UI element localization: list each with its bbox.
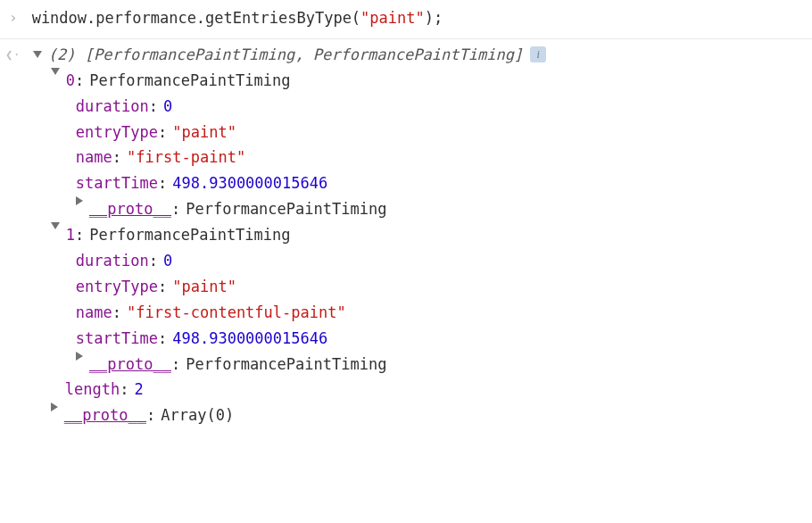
tree-row-property[interactable]: entryType: "paint"	[33, 274, 803, 300]
prop-key: entryType	[76, 274, 158, 300]
entry-index: 1	[66, 222, 75, 248]
tree-row-property[interactable]: duration: 0	[33, 94, 803, 120]
proto-key: __proto__	[89, 352, 171, 378]
prop-value: 0	[163, 248, 172, 274]
proto-value: PerformancePaintTiming	[186, 196, 386, 222]
tree-row-proto[interactable]: __proto__: PerformancePaintTiming	[33, 196, 803, 222]
tree-row-entry[interactable]: 0: PerformancePaintTiming	[33, 68, 803, 94]
prop-key: startTime	[76, 326, 158, 352]
entry-type: PerformancePaintTiming	[89, 68, 290, 94]
prop-value: "first-contentful-paint"	[127, 300, 346, 326]
entry-type: PerformancePaintTiming	[89, 222, 290, 248]
console-input-line[interactable]: › window.performance.getEntriesByType("p…	[0, 0, 812, 39]
array-summary: (2) [PerformancePaintTiming, Performance…	[48, 42, 523, 68]
tree-row-property[interactable]: name: "first-paint"	[33, 145, 803, 170]
array-proto-value: Array(0)	[161, 403, 234, 428]
tree-row-property[interactable]: entryType: "paint"	[33, 120, 803, 145]
prop-value: "first-paint"	[127, 145, 245, 170]
tree-row-property[interactable]: startTime: 498.9300000015646	[33, 170, 803, 196]
chevron-right-icon[interactable]	[76, 196, 83, 205]
output-tree: 0: PerformancePaintTiming duration: 0 en…	[33, 68, 803, 428]
tree-row-array-proto[interactable]: __proto__: Array(0)	[33, 403, 803, 428]
input-code: window.performance.getEntriesByType("pai…	[32, 5, 443, 31]
code-suffix: );	[425, 9, 443, 27]
chevron-right-icon[interactable]	[76, 352, 83, 361]
chevron-down-icon[interactable]	[51, 222, 60, 229]
chevron-right-icon[interactable]	[51, 403, 58, 411]
input-prompt-icon: ›	[9, 5, 18, 31]
proto-key: __proto__	[89, 196, 171, 222]
prop-key: name	[76, 300, 112, 326]
tree-row-property[interactable]: startTime: 498.9300000015646	[33, 326, 803, 352]
entry-index: 0	[66, 68, 75, 94]
output-summary[interactable]: (2) [PerformancePaintTiming, Performance…	[33, 42, 803, 68]
prop-key: duration	[76, 248, 149, 274]
output-content: (2) [PerformancePaintTiming, Performance…	[33, 42, 803, 428]
prop-value: 498.9300000015646	[172, 326, 327, 352]
info-badge-icon[interactable]: i	[530, 46, 546, 62]
code-string-arg: "paint"	[360, 9, 425, 27]
array-count: (2)	[48, 46, 76, 63]
prop-value: "paint"	[172, 120, 236, 145]
prop-value: "paint"	[172, 274, 236, 300]
prop-key: startTime	[76, 170, 158, 196]
length-value: 2	[135, 377, 144, 403]
proto-value: PerformancePaintTiming	[186, 352, 386, 378]
length-key: length	[65, 377, 120, 403]
tree-row-property[interactable]: name: "first-contentful-paint"	[33, 300, 803, 326]
prop-key: duration	[76, 94, 149, 120]
tree-row-proto[interactable]: __proto__: PerformancePaintTiming	[33, 352, 803, 378]
prop-value: 498.9300000015646	[172, 170, 327, 196]
console-output-line: ❮⋅ (2) [PerformancePaintTiming, Performa…	[0, 39, 812, 431]
tree-row-property[interactable]: duration: 0	[33, 248, 803, 274]
disclosure-triangle-icon[interactable]	[33, 51, 42, 58]
array-types: [PerformancePaintTiming, PerformancePain…	[85, 46, 523, 63]
prop-key: entryType	[76, 120, 158, 145]
output-indicator-icon: ❮⋅	[5, 42, 21, 67]
array-proto-key: __proto__	[64, 403, 146, 428]
prop-value: 0	[163, 94, 172, 120]
prop-key: name	[76, 145, 112, 170]
tree-row-entry[interactable]: 1: PerformancePaintTiming	[33, 222, 803, 248]
code-prefix: window.performance.getEntriesByType(	[32, 9, 360, 27]
chevron-down-icon[interactable]	[51, 68, 60, 75]
tree-row-length[interactable]: length: 2	[33, 377, 803, 403]
